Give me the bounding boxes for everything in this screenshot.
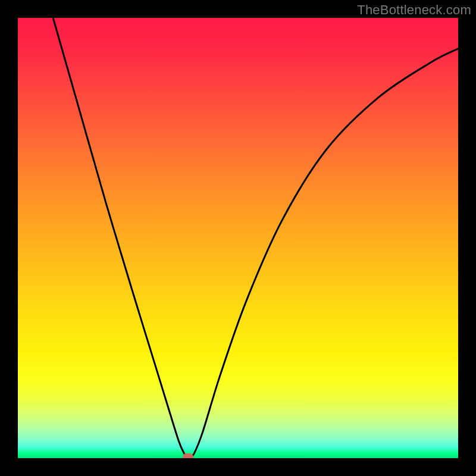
curve-layer xyxy=(18,18,458,458)
chart-frame: TheBottleneck.com xyxy=(0,0,476,476)
plot-area xyxy=(18,18,458,458)
attribution-text: TheBottleneck.com xyxy=(357,2,471,18)
minimum-marker xyxy=(183,453,193,458)
bottleneck-curve xyxy=(53,18,458,457)
